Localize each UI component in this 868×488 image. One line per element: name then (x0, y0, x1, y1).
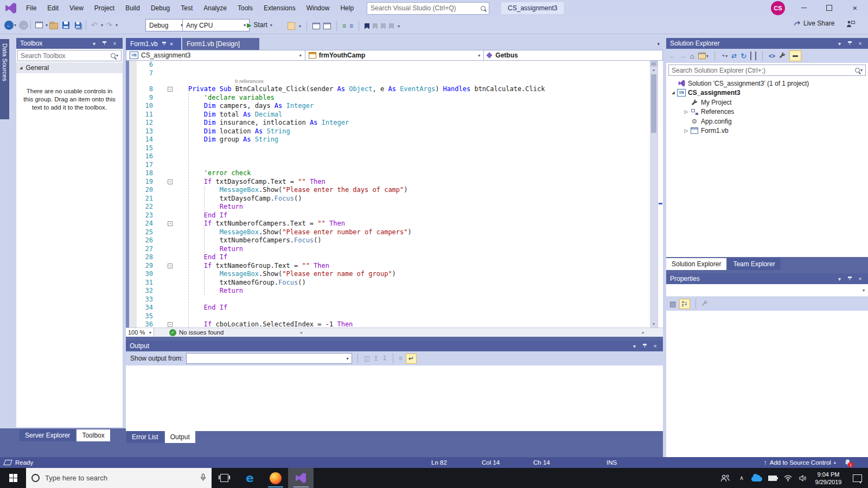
nav-type-dropdown[interactable]: frmYouthCamp ▾ (305, 50, 484, 60)
right-tab-team-explorer[interactable]: Team Explorer (727, 258, 780, 270)
scrollbar-thumb[interactable] (651, 74, 656, 133)
close-icon[interactable]: × (651, 343, 659, 349)
code-editor[interactable]: 670 references8- Private Sub BtnCalculat… (126, 61, 650, 328)
close-icon[interactable]: × (170, 41, 173, 47)
bottom-tab-error-list[interactable]: Error List (126, 431, 164, 443)
menu-test[interactable]: Test (175, 0, 198, 16)
output-content[interactable] (126, 365, 663, 431)
menu-help[interactable]: Help (335, 0, 359, 16)
editor-vertical-scrollbar[interactable]: ▴ ▾ (650, 61, 658, 328)
scroll-down-icon[interactable]: ▾ (650, 321, 658, 328)
start-debugging-button[interactable]: ▶ Start ▾ (247, 19, 272, 31)
nav-member-dropdown[interactable]: Getbus (484, 50, 662, 60)
code-line-9[interactable]: 9 'declare variables (126, 94, 650, 102)
onedrive-button[interactable] (749, 468, 765, 488)
collapse-all-icon[interactable] (750, 52, 751, 60)
fold-toggle[interactable]: - (168, 179, 173, 184)
pin-icon[interactable] (641, 343, 649, 349)
solution-configuration-select[interactable]: Debug▾ (145, 19, 187, 31)
solution-platform-select[interactable]: Any CPU▾ (182, 19, 250, 31)
pending-changes-filter-button[interactable]: ◔▾ (721, 52, 727, 60)
start-button[interactable] (0, 468, 26, 488)
fold-toggle[interactable]: - (168, 322, 173, 327)
network-button[interactable] (780, 468, 795, 488)
bottom-tab-output[interactable]: Output (165, 431, 195, 443)
toggle-word-wrap-button[interactable]: ↵ (406, 354, 417, 364)
save-all-button[interactable] (72, 19, 84, 31)
live-share-button[interactable]: Live Share (793, 20, 834, 27)
task-view-button[interactable] (212, 468, 237, 488)
visual-studio-taskbar-button[interactable] (288, 468, 314, 488)
edge-button[interactable]: e (237, 468, 263, 488)
vs-search-box[interactable]: Search Visual Studio (Ctrl+Q) (367, 2, 489, 15)
code-line-24[interactable]: 24- If txtNumberofCampers.Text = "" Then (126, 220, 650, 228)
tree-item[interactable]: ◢VBCS_assignment3 (666, 88, 868, 98)
code-line-16[interactable]: 16 (126, 152, 650, 161)
sync-icon[interactable]: ⇄ (731, 52, 737, 60)
sync-with-active-document-button[interactable]: ▾ (698, 53, 709, 59)
close-button[interactable]: × (844, 0, 866, 15)
firefox-button[interactable] (263, 468, 288, 488)
output-source-select[interactable]: ▾ (186, 353, 352, 364)
menu-view[interactable]: View (64, 0, 89, 16)
avatar[interactable]: CS (771, 1, 785, 15)
tab-list-icon[interactable]: ▾ (657, 41, 663, 47)
window-menu-icon[interactable]: ▾ (90, 41, 98, 47)
property-pages-wrench-icon[interactable] (701, 300, 708, 308)
outdent-icon[interactable]: ≡ (349, 22, 353, 30)
refresh-icon[interactable]: ↻ (741, 52, 746, 60)
window-menu-icon[interactable]: ▾ (835, 41, 844, 47)
menu-file[interactable]: File (21, 0, 42, 16)
clear-bookmarks-icon[interactable] (389, 23, 394, 29)
next-message-icon[interactable]: ↧ (382, 355, 387, 362)
menu-analyze[interactable]: Analyze (198, 0, 232, 16)
taskbar-search-box[interactable]: Type here to search (26, 468, 212, 488)
new-window-icon[interactable] (312, 23, 320, 29)
background-tasks-icon[interactable] (3, 460, 12, 465)
code-line-10[interactable]: 10 Dim campers, days As Integer (126, 102, 650, 111)
menu-project[interactable]: Project (89, 0, 120, 16)
close-icon[interactable]: × (856, 41, 864, 47)
toolbox-group-general[interactable]: ◢ General (16, 62, 123, 73)
tab-form1vb[interactable]: Form1.vb × (126, 38, 181, 50)
code-line-29[interactable]: 29- If txtNameofGroup.Text = "" Then (126, 262, 650, 271)
group-overflow-icon[interactable]: ▾ (299, 24, 301, 29)
microphone-icon[interactable] (200, 473, 206, 483)
code-line-13[interactable]: 13 Dim location As String (126, 127, 650, 136)
left-tab-toolbox[interactable]: Toolbox (76, 429, 110, 441)
solution-explorer-search-input[interactable]: Search Solution Explorer (Ctrl+;) ▾ (668, 65, 866, 76)
code-line-8[interactable]: 8- Private Sub BtnCalculate_Click(sender… (126, 85, 650, 94)
back-icon[interactable]: ← (669, 52, 676, 60)
code-line-12[interactable]: 12 Dim insurance, intlocation As Integer (126, 119, 650, 127)
people-button[interactable] (716, 468, 735, 488)
code-line-23[interactable]: 23 End If (126, 211, 650, 220)
toggle-bookmark-icon[interactable] (365, 23, 369, 29)
fold-toggle[interactable]: - (168, 221, 173, 226)
scroll-left-icon[interactable]: ◂ (299, 330, 302, 335)
find-in-files-icon[interactable] (288, 22, 295, 30)
menu-window[interactable]: Window (301, 0, 335, 16)
code-line-35[interactable]: 35 (126, 312, 650, 321)
split-editor-handle[interactable] (650, 61, 658, 67)
code-line-36[interactable]: 36- If cboLocation.SelectedIndex = -1 Th… (126, 320, 650, 328)
breakpoint-margin[interactable] (129, 61, 137, 328)
toolbox-search-input[interactable]: Search Toolbox ▾ (17, 50, 122, 61)
undo-button[interactable]: ↶ (88, 19, 100, 31)
tree-item[interactable]: ▷References (666, 107, 868, 117)
expanded-icon[interactable]: ◢ (669, 91, 677, 95)
indent-icon[interactable]: ≡ (342, 22, 346, 30)
alphabetical-sort-button[interactable]: AZ↧ (679, 299, 690, 309)
battery-button[interactable] (765, 468, 780, 488)
window-menu-icon[interactable]: ▾ (835, 276, 844, 282)
close-icon[interactable]: × (111, 41, 119, 47)
next-bookmark-icon[interactable] (381, 23, 386, 29)
zoom-select[interactable]: 100 % ▾ (126, 328, 154, 337)
pin-icon[interactable] (100, 41, 108, 47)
code-line-7[interactable]: 7 (126, 69, 650, 78)
minimize-button[interactable] (793, 0, 815, 15)
menu-edit[interactable]: Edit (42, 0, 64, 16)
previous-bookmark-icon[interactable] (373, 23, 378, 29)
collapsed-icon[interactable]: ▷ (682, 128, 690, 133)
previous-message-icon[interactable]: ↥ (373, 355, 379, 362)
back-dropdown-icon[interactable]: ▾ (14, 23, 16, 28)
